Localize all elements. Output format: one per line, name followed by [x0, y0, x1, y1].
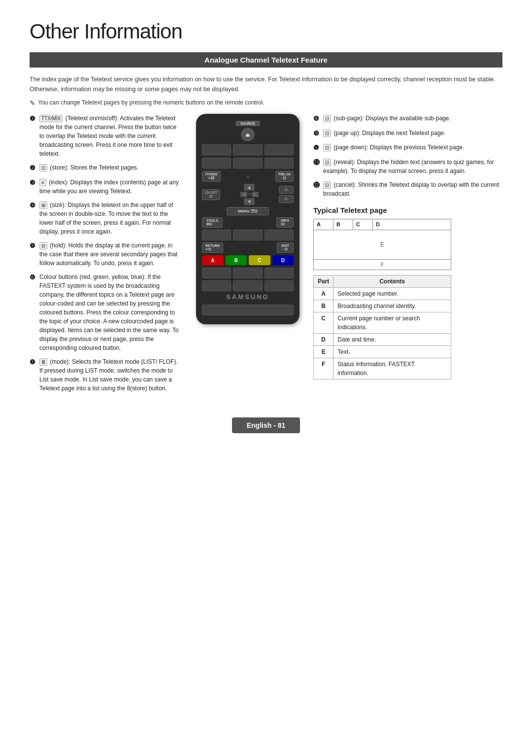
size-icon: ⊞	[39, 202, 47, 209]
remote-btn[interactable]	[265, 144, 294, 155]
menu-button[interactable]: MENU ☰⊡	[227, 207, 269, 215]
blue-button[interactable]: D	[272, 255, 294, 265]
nav-right-top[interactable]: ⊡	[279, 186, 294, 194]
pre-ch-button[interactable]: PRE-CH⊡	[275, 171, 294, 182]
item-11-content: ⊡ (reveal): Displays the hidden text (an…	[323, 158, 502, 175]
item-3-content: ≡ (index): Displays the index (contents)…	[39, 178, 182, 196]
return-button[interactable]: RETURN↩⊡	[202, 242, 223, 253]
item-5-content: ⊟ (hold): Holds the display at the curre…	[39, 241, 182, 268]
yellow-button[interactable]: C	[249, 255, 270, 265]
source-button[interactable]: SOURCE	[235, 121, 260, 126]
num-btn[interactable]	[202, 280, 231, 291]
exit-button[interactable]: EXIT→⊡	[277, 242, 294, 253]
remote-btn[interactable]	[202, 230, 231, 241]
remote-btn[interactable]	[265, 158, 294, 169]
remote-btn[interactable]	[233, 158, 262, 169]
item-2-content: ⊡ (store): Stores the Teletext pages.	[39, 163, 182, 172]
page-title: Other Information	[30, 20, 502, 43]
store-icon: ⊡	[39, 164, 47, 172]
table-cell-part: C	[314, 312, 333, 334]
item-11-num: ⓫	[313, 158, 321, 168]
teletext-footer-f: F	[314, 260, 451, 270]
nav-right-bottom[interactable]: ⊡	[279, 195, 294, 203]
remote-btn[interactable]	[202, 158, 231, 169]
item-10: ❿ ⊡ (page down): Displays the previous T…	[313, 143, 502, 153]
ttx-mix-button[interactable]: TTX/MIX≡⚂	[202, 171, 221, 182]
typical-teletext-section: Typical Teletext page A B C D E F Part C…	[313, 205, 502, 380]
table-cell-part: B	[314, 300, 333, 312]
item-1: ❶ TTX/MIX (Teletext on/mix/off): Activat…	[30, 114, 182, 158]
cancel-icon: ⊡	[323, 181, 331, 189]
footer: English - 81	[30, 417, 502, 433]
remote-bottom-btn[interactable]	[202, 305, 294, 315]
num-btn[interactable]	[233, 280, 262, 291]
page-down-icon: ⊡	[323, 144, 331, 151]
table-cell-content: Status information. FASTEXT information.	[333, 358, 451, 379]
item-12-content: ⊡ (cancel): Shrinks the Teletext display…	[323, 180, 502, 198]
item-10-content: ⊡ (page down): Displays the previous Tel…	[323, 143, 502, 152]
table-row: C Current page number or search indicati…	[314, 312, 451, 334]
item-1-content: TTX/MIX (Teletext on/mix/off): Activates…	[39, 114, 182, 158]
item-4: ❹ ⊞ (size): Displays the teletext on the…	[30, 201, 182, 236]
footer-badge: English - 81	[232, 417, 300, 433]
item-7-num: ❼	[30, 357, 37, 367]
remote-column: SOURCE ⏏ TTX/MIX≡⚂ • PRE-CH⊡	[191, 114, 304, 398]
item-2-num: ❷	[30, 163, 37, 173]
table-cell-part: A	[314, 288, 333, 300]
tools-button[interactable]: TOOLS⊞⊡	[202, 217, 223, 228]
table-row: B Broadcasting channel identity.	[314, 300, 451, 312]
item-8: ❽ ⊡ (sub-page): Displays the available s…	[313, 114, 502, 124]
item-5: ❺ ⊟ (hold): Holds the display at the cur…	[30, 241, 182, 268]
remote-btn[interactable]	[265, 230, 294, 241]
note-text: You can change Teletext pages by pressin…	[30, 99, 502, 107]
num-btn[interactable]	[265, 268, 294, 278]
table-cell-content: Broadcasting channel identity.	[333, 300, 451, 312]
item-12: ⓬ ⊡ (cancel): Shrinks the Teletext displ…	[313, 180, 502, 198]
table-header-part: Part	[314, 275, 333, 288]
item-2: ❷ ⊡ (store): Stores the Teletext pages.	[30, 163, 182, 173]
item-7-content: ≣ (mode): Selects the Teletext mode (LIS…	[39, 357, 182, 393]
nav-up-button[interactable]: ▲	[244, 184, 255, 191]
table-cell-part: D	[314, 334, 333, 346]
item-3-num: ❸	[30, 178, 37, 188]
item-12-num: ⓬	[313, 180, 321, 190]
info-button[interactable]: INFOi⊡	[276, 217, 294, 228]
right-column: ❽ ⊡ (sub-page): Displays the available s…	[313, 114, 502, 398]
green-button[interactable]: B	[226, 255, 247, 265]
table-row: D Date and time.	[314, 334, 451, 346]
source-icon: ⏏	[241, 128, 255, 141]
teletext-cell-c: C	[353, 219, 373, 230]
table-row: E Text.	[314, 346, 451, 358]
table-cell-content: Text.	[333, 346, 451, 358]
item-9-content: ⊡ (page up): Displays the next Teletext …	[323, 129, 502, 137]
reveal-icon: ⊡	[323, 159, 331, 166]
item-8-content: ⊡ (sub-page): Displays the available sub…	[323, 114, 502, 123]
typical-teletext-title: Typical Teletext page	[313, 205, 502, 216]
intro-text: The index page of the Teletext service g…	[30, 74, 502, 94]
remote-control: SOURCE ⏏ TTX/MIX≡⚂ • PRE-CH⊡	[196, 114, 299, 324]
left-column: ❶ TTX/MIX (Teletext on/mix/off): Activat…	[30, 114, 182, 398]
table-cell-content: Date and time.	[333, 334, 451, 346]
table-cell-content: Current page number or search indication…	[333, 312, 451, 334]
item-4-num: ❹	[30, 201, 37, 210]
table-row: F Status information. FASTEXT informatio…	[314, 358, 451, 379]
red-button[interactable]: A	[202, 255, 224, 265]
item-5-num: ❺	[30, 241, 37, 251]
item-7: ❼ ≣ (mode): Selects the Teletext mode (L…	[30, 357, 182, 393]
item-1-num: ❶	[30, 114, 37, 124]
num-btn[interactable]	[233, 268, 262, 278]
table-header-contents: Contents	[333, 275, 451, 288]
num-btn[interactable]	[265, 280, 294, 291]
ch-list-button[interactable]: CH LIST⊡	[202, 189, 220, 200]
remote-btn[interactable]	[233, 230, 262, 241]
num-btn[interactable]	[202, 268, 231, 278]
remote-btn[interactable]	[202, 144, 231, 155]
table-cell-part: F	[314, 358, 333, 379]
teletext-cell-d: D	[373, 219, 451, 230]
nav-down-button[interactable]: ▼	[244, 198, 255, 205]
teletext-body-e: E	[314, 230, 451, 260]
mode-icon: ≣	[39, 358, 47, 366]
samsung-logo: SAMSUNG	[202, 293, 294, 301]
remote-btn[interactable]	[233, 144, 262, 155]
item-6: ❻ Colour buttons (red, green, yellow, bl…	[30, 273, 182, 352]
